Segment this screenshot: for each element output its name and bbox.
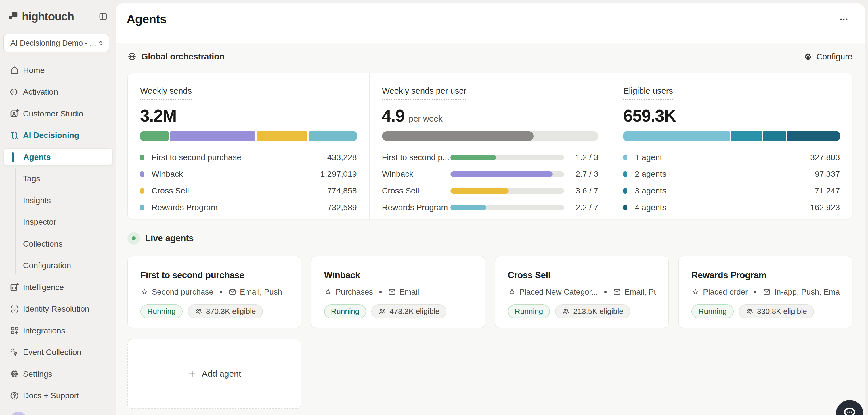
sidebar-item-collections[interactable]: Collections bbox=[3, 235, 113, 252]
users-icon bbox=[195, 308, 203, 315]
mini-progress-bar bbox=[451, 205, 564, 210]
agent-title: Rewards Program bbox=[691, 270, 840, 280]
user-avatar[interactable] bbox=[10, 412, 27, 415]
agent-meta: Placed New Categor... Email, Push bbox=[508, 287, 657, 297]
bar-segment bbox=[731, 131, 762, 141]
bar-segment bbox=[140, 131, 168, 141]
legend-bullet bbox=[623, 205, 627, 210]
stat-title: Weekly sends per user bbox=[382, 86, 466, 100]
agent-meta: Second purchase Email, Push bbox=[141, 287, 289, 297]
legend-bullet bbox=[140, 205, 144, 210]
agent-card-cross-sell[interactable]: Cross Sell Placed New Categor... Email, … bbox=[495, 256, 669, 328]
sidebar-item-ai-decisioning[interactable]: AI Decisioning bbox=[3, 127, 113, 144]
sidebar: hightouch AI Decisioning Demo - ... bbox=[0, 0, 116, 415]
dot-separator bbox=[379, 291, 382, 293]
sidebar-item-agents[interactable]: Agents bbox=[3, 148, 113, 166]
bar-segment bbox=[170, 131, 255, 141]
sidebar-item-label: Agents bbox=[23, 152, 51, 162]
agent-title: Winback bbox=[324, 270, 473, 280]
main-content: Global orchestration Configure Weekly se… bbox=[116, 43, 865, 415]
legend-row: Cross Sell 774,858 bbox=[140, 186, 357, 195]
configure-button[interactable]: Configure bbox=[804, 52, 852, 62]
agent-meta: Purchases Email bbox=[324, 287, 473, 297]
sidebar-item-activation[interactable]: Activation bbox=[3, 83, 113, 101]
star-icon bbox=[508, 288, 516, 296]
legend-bullet bbox=[140, 188, 144, 194]
ellipsis-icon bbox=[839, 14, 849, 24]
legend-bullet bbox=[623, 188, 627, 194]
configure-label: Configure bbox=[816, 52, 852, 62]
add-agent-button[interactable]: Add agent bbox=[127, 339, 302, 409]
users-icon bbox=[378, 308, 386, 315]
legend-bullet bbox=[623, 171, 627, 177]
mail-icon bbox=[388, 288, 396, 296]
sidebar-item-docs-support[interactable]: Docs + Support bbox=[3, 387, 113, 404]
legend-row: 2 agents 97,337 bbox=[623, 170, 840, 178]
agent-channels: Email, Push bbox=[240, 287, 282, 297]
sidebar-item-label: Intelligence bbox=[23, 282, 64, 292]
mail-icon bbox=[763, 288, 771, 296]
more-menu-button[interactable] bbox=[836, 13, 852, 26]
add-agent-label: Add agent bbox=[202, 369, 241, 379]
agent-card-winback[interactable]: Winback Purchases Email Running 473.3K e… bbox=[311, 256, 485, 328]
legend-bullet bbox=[140, 154, 144, 160]
identity-resolution-icon bbox=[9, 304, 19, 314]
agent-card-rewards-program[interactable]: Rewards Program Placed order In-app, Pus… bbox=[679, 256, 852, 328]
dot-separator bbox=[220, 291, 222, 293]
weekly-sends-stacked-bar bbox=[140, 131, 357, 141]
eligible-badge: 213.5K eligible bbox=[555, 304, 630, 318]
sidebar-item-event-collection[interactable]: Event Collection bbox=[3, 344, 113, 361]
main-panel: Agents Global orchestration bbox=[116, 3, 865, 415]
workspace-name: AI Decisioning Demo - ... bbox=[10, 39, 97, 48]
settings-icon bbox=[9, 369, 19, 379]
orchestration-stats-card: Weekly sends 3.2M First to second purcha… bbox=[127, 73, 852, 219]
eligible-count: 370.3K eligible bbox=[206, 307, 256, 316]
star-icon bbox=[141, 288, 148, 296]
mini-progress-bar bbox=[451, 171, 564, 177]
agent-meta: Placed order In-app, Push, Email bbox=[691, 287, 840, 297]
collapse-sidebar-button[interactable] bbox=[97, 10, 110, 23]
sidebar-item-identity-resolution[interactable]: Identity Resolution bbox=[3, 300, 113, 318]
stat-metric: 3.2M bbox=[140, 106, 357, 126]
home-icon bbox=[9, 65, 19, 75]
agent-title: First to second purchase bbox=[141, 270, 289, 280]
sidebar-item-home[interactable]: Home bbox=[3, 62, 113, 79]
agent-trigger: Placed order bbox=[703, 287, 748, 297]
chevrons-up-down-icon bbox=[97, 39, 105, 47]
stat-title: Weekly sends bbox=[140, 86, 192, 100]
bar-fill bbox=[382, 131, 533, 141]
gear-icon bbox=[804, 52, 812, 61]
globe-icon bbox=[127, 52, 136, 61]
eligible-users-stacked-bar bbox=[623, 131, 840, 141]
bar-segment bbox=[623, 131, 730, 141]
star-icon bbox=[324, 288, 332, 296]
users-icon bbox=[562, 308, 570, 315]
agent-badges: Running 213.5K eligible bbox=[508, 304, 657, 318]
sidebar-item-label: Activation bbox=[23, 87, 58, 97]
customer-studio-icon bbox=[9, 109, 19, 118]
global-orchestration-header: Global orchestration Configure bbox=[127, 43, 852, 62]
agent-card-first-to-second-purchase[interactable]: First to second purchase Second purchase… bbox=[127, 256, 302, 328]
sidebar-item-tags[interactable]: Tags bbox=[3, 170, 113, 187]
stat-title: Eligible users bbox=[623, 86, 673, 100]
eligible-badge: 473.3K eligible bbox=[371, 304, 446, 318]
live-status-dot bbox=[127, 232, 140, 245]
bar-segment bbox=[787, 131, 840, 141]
frequency-row: Cross Sell 3.6 / 7 bbox=[382, 186, 598, 195]
sidebar-item-settings[interactable]: Settings bbox=[3, 365, 113, 383]
eligible-count: 213.5K eligible bbox=[573, 307, 623, 316]
activation-icon bbox=[9, 87, 19, 97]
stat-eligible-users: Eligible users 659.3K 1 agent 327,803 bbox=[611, 73, 852, 219]
workspace-selector[interactable]: AI Decisioning Demo - ... bbox=[3, 34, 109, 52]
sidebar-item-customer-studio[interactable]: Customer Studio bbox=[3, 105, 113, 122]
legend-row: Rewards Program 732,589 bbox=[140, 203, 357, 212]
agent-badges: Running 473.3K eligible bbox=[324, 304, 473, 318]
agent-channels: In-app, Push, Email bbox=[774, 287, 840, 297]
sidebar-item-insights[interactable]: Insights bbox=[3, 192, 113, 209]
sidebar-item-configuration[interactable]: Configuration bbox=[3, 257, 113, 274]
sidebar-item-inspector[interactable]: Inspector bbox=[3, 213, 113, 231]
sidebar-item-integrations[interactable]: Integrations bbox=[3, 322, 113, 339]
sidebar-item-label: Inspector bbox=[23, 217, 56, 227]
agent-trigger: Second purchase bbox=[152, 287, 213, 297]
sidebar-item-intelligence[interactable]: Intelligence bbox=[3, 278, 113, 296]
